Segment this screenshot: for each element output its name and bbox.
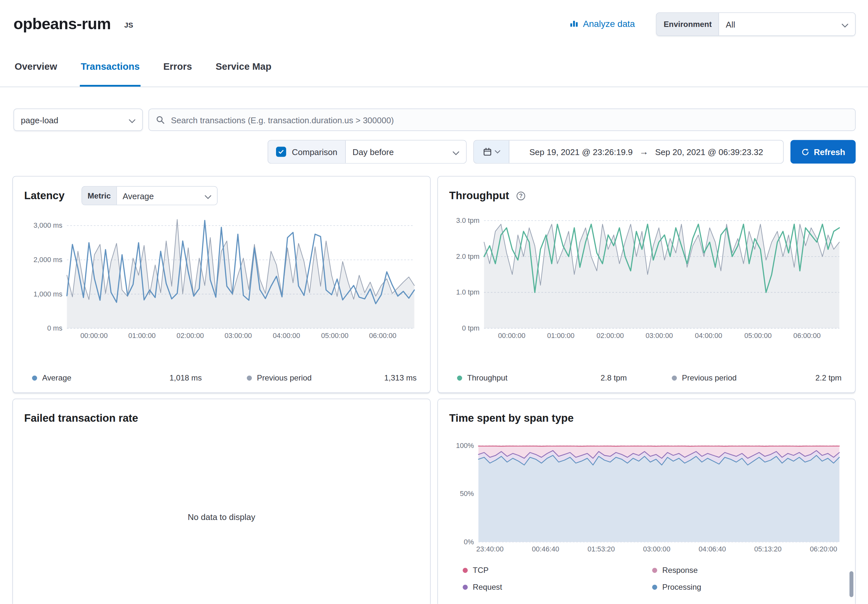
date-end-button[interactable]: Sep 20, 2021 @ 06:39:23.32 [655,147,763,157]
environment-label: Environment [657,13,719,36]
check-icon [277,149,284,155]
tab-overview[interactable]: Overview [14,60,58,87]
legend-dot [463,568,468,573]
legend-label: Request [473,582,502,592]
legend-label: Previous period [257,373,312,383]
date-start-button[interactable]: Sep 19, 2021 @ 23:26:19.9 [529,147,632,157]
throughput-chart[interactable]: 0 tpm1.0 tpm2.0 tpm3.0 tpm00:00:0001:00:… [447,212,846,342]
svg-text:01:53:20: 01:53:20 [587,545,615,553]
chevron-down-icon [129,115,136,125]
svg-text:1.0 tpm: 1.0 tpm [456,288,479,296]
legend-item-previous-period[interactable]: Previous period 1,313 ms [247,373,417,383]
svg-text:?: ? [519,192,522,199]
refresh-label: Refresh [814,147,845,157]
svg-text:2,000 ms: 2,000 ms [33,256,62,264]
tab-service-map[interactable]: Service Map [214,60,273,87]
agent-badge: JS [124,20,133,29]
filter-row: page-load [0,109,868,131]
refresh-icon [801,147,809,156]
tab-transactions[interactable]: Transactions [79,60,141,87]
svg-text:00:00:00: 00:00:00 [498,331,525,340]
svg-text:02:00:00: 02:00:00 [177,331,204,340]
page-title: opbeans-rum [14,15,111,33]
svg-text:3,000 ms: 3,000 ms [33,221,62,230]
svg-text:04:00:00: 04:00:00 [695,331,722,340]
calendar-icon [483,147,492,157]
svg-text:2.0 tpm: 2.0 tpm [456,252,479,260]
span-type-chart[interactable]: 0%50%100%23:40:0000:46:4001:53:2003:00:0… [447,436,846,555]
svg-text:02:00:00: 02:00:00 [597,331,624,340]
svg-text:05:00:00: 05:00:00 [744,331,772,340]
comparison-label: Comparison [292,147,337,157]
svg-text:23:40:00: 23:40:00 [476,545,504,553]
legend-label: Response [662,566,698,575]
legend-dot [457,375,462,381]
chevron-down-icon [842,19,849,29]
legend-item-processing[interactable]: Processing [652,582,842,592]
topbar: opbeans-rum JS Analyze data Environment … [0,0,868,36]
legend-item-average[interactable]: Average 1,018 ms [32,373,202,383]
transaction-type-select[interactable]: page-load [14,109,143,131]
svg-text:05:13:20: 05:13:20 [754,545,781,553]
legend-label: Processing [662,582,701,592]
svg-text:03:00:00: 03:00:00 [643,545,670,553]
latency-legend: Average 1,018 ms Previous period 1,313 m… [22,373,422,385]
svg-text:06:00:00: 06:00:00 [794,331,821,340]
svg-text:06:20:00: 06:20:00 [810,545,837,553]
date-quick-select-button[interactable] [474,141,509,163]
time-controls-row: Comparison Day before Sep 19, 2021 @ 23:… [0,140,868,164]
analyze-data-label: Analyze data [583,19,635,29]
svg-text:0%: 0% [464,538,474,546]
legend-value: 1,018 ms [169,373,202,383]
failed-rate-panel-header: Failed transaction rate [24,408,422,429]
legend-item-tcp[interactable]: TCP [463,566,652,575]
throughput-panel: Throughput ? 0 tpm1.0 tpm2.0 tpm3.0 tpm0… [437,176,856,393]
panels-grid: Latency Metric Average 0 ms1,000 ms2,000… [0,176,868,604]
latency-chart[interactable]: 0 ms1,000 ms2,000 ms3,000 ms00:00:0001:0… [22,212,422,342]
environment-select[interactable]: All [719,13,855,36]
latency-panel-header: Latency Metric Average [24,186,422,206]
search-icon [156,115,165,125]
metric-label: Metric [82,187,117,205]
legend-dot [32,375,37,381]
legend-label: Average [42,373,71,383]
throughput-title: Throughput [449,190,509,202]
legend-dot [652,585,657,590]
legend-item-previous-period[interactable]: Previous period 2.2 tpm [672,373,842,383]
svg-text:3.0 tpm: 3.0 tpm [456,216,479,225]
comparison-group: Comparison Day before [268,140,467,164]
svg-text:00:00:00: 00:00:00 [81,331,108,340]
environment-value: All [726,19,735,29]
chevron-down-icon [494,150,500,153]
svg-text:03:00:00: 03:00:00 [225,331,252,340]
throughput-legend: Throughput 2.8 tpm Previous period 2.2 t… [447,373,846,385]
span-type-legend: TCP Request Response Processing [447,566,846,593]
legend-dot [247,375,252,381]
refresh-button[interactable]: Refresh [790,140,856,164]
comparison-period-select[interactable]: Day before [345,141,466,163]
analyze-data-link[interactable]: Analyze data [570,19,635,30]
comparison-checkbox[interactable] [276,147,286,157]
tab-errors[interactable]: Errors [162,60,193,87]
svg-text:0 ms: 0 ms [47,324,62,333]
latency-metric-select[interactable]: Average [117,187,217,205]
legend-item-request[interactable]: Request [463,582,652,592]
legend-scrollbar[interactable] [849,571,853,597]
legend-item-response[interactable]: Response [652,566,842,575]
environment-control: Environment All [656,12,856,36]
svg-text:04:00:00: 04:00:00 [273,331,300,340]
comparison-checkbox-wrap[interactable]: Comparison [268,141,345,163]
svg-text:06:00:00: 06:00:00 [369,331,396,340]
svg-text:01:00:00: 01:00:00 [547,331,575,340]
search-transactions-input[interactable] [170,115,855,125]
legend-item-throughput[interactable]: Throughput 2.8 tpm [457,373,627,383]
span-type-title: Time spent by span type [449,412,574,424]
help-icon[interactable]: ? [516,191,525,200]
chevron-down-icon [205,191,211,200]
legend-value: 2.8 tpm [601,373,627,383]
svg-text:1,000 ms: 1,000 ms [33,290,62,298]
svg-text:05:00:00: 05:00:00 [321,331,348,340]
svg-text:03:00:00: 03:00:00 [645,331,673,340]
date-picker: Sep 19, 2021 @ 23:26:19.9 → Sep 20, 2021… [473,140,784,164]
legend-dot [652,568,657,573]
